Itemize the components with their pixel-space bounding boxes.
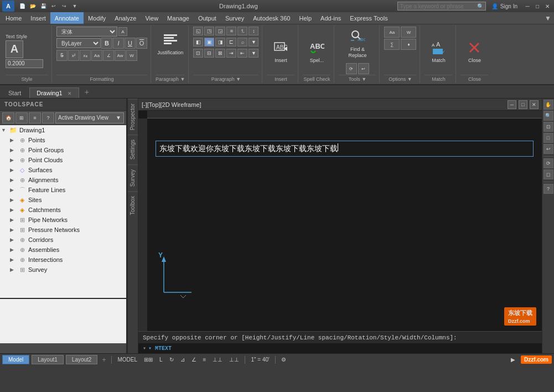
more-qat[interactable]: ▼ [70,1,80,11]
redo-btn[interactable]: ↪ [59,1,69,11]
undo-btn[interactable]: ↩ [49,1,59,11]
drawing-area[interactable]: 东坡下载欢迎你东坡下载东坡下载东坡下载东坡下载 Y [147,118,542,331]
align-ml-btn[interactable]: ◧ [193,38,203,47]
expander-point-groups[interactable]: ▶ [10,147,18,153]
tree-node-alignments[interactable]: ▶ ⊕ Alignments [0,175,126,185]
menu-manage[interactable]: Manage [163,12,194,24]
status-annoscale-btn[interactable]: ⊥⊥ [227,357,241,363]
align-mc-btn[interactable]: ▣ [204,38,214,47]
match-option1[interactable]: Aa [384,27,400,38]
menu-addins[interactable]: Add-ins [316,12,345,24]
match-option3[interactable]: ∑ [384,39,400,50]
status-otrack-btn[interactable]: ∠ [189,357,199,363]
expander-pressure-networks[interactable]: ▶ [10,227,18,233]
case-btn[interactable]: Aa [91,50,102,61]
numbering-btn[interactable]: ⒈ [237,27,247,35]
new-tab-btn[interactable]: + [80,86,94,98]
status-tab-model[interactable]: Model [2,355,29,364]
match-option2[interactable]: W [401,27,416,38]
sign-in-label[interactable]: Sign In [500,3,517,9]
col-btn[interactable]: ⊏ [226,38,236,47]
sign-in-area[interactable]: 👤 Sign In [491,3,517,9]
expander-survey[interactable]: ▶ [10,267,18,272]
more-para-btn[interactable]: ▼ [248,38,258,47]
align-tr-btn[interactable]: ◲ [215,27,225,35]
overline-btn[interactable]: O [136,38,147,49]
search-input[interactable] [398,3,475,9]
rt-pan-btn[interactable]: ✋ [543,100,553,110]
ts-list-btn[interactable]: ≡ [29,112,41,123]
font-color-btn[interactable]: A [118,27,127,36]
menu-home[interactable]: Home [1,12,26,24]
bullets-btn[interactable]: ≡ [226,27,236,35]
status-dyn-btn[interactable]: ⊥⊥ [210,357,225,363]
maximize-btn[interactable]: □ [533,2,542,10]
indent-btn[interactable]: ⇥ [226,49,236,58]
status-polar-btn[interactable]: ↻ [167,357,176,363]
tree-node-points[interactable]: ▶ ⊕ Points [0,135,126,145]
tree-node-pressure-networks[interactable]: ▶ ⊞ Pressure Networks [0,225,126,235]
tree-node-surfaces[interactable]: ▶ ◇ Surfaces [0,165,126,175]
expander-pipe-networks[interactable]: ▶ [10,217,18,223]
vp-close-btn[interactable]: ✕ [530,100,539,109]
status-snap-btn[interactable]: L [157,357,165,363]
super-btn[interactable]: x² [68,50,79,61]
expander-feature-lines[interactable]: ▶ [10,187,18,193]
vp-minimize-btn[interactable]: ─ [508,100,516,109]
new-btn[interactable]: 📄 [17,1,27,11]
oblique-btn[interactable]: ∠ [103,50,114,61]
expander-assemblies[interactable]: ▶ [10,247,18,252]
ts-grid-btn[interactable]: ⊞ [15,112,28,123]
rt-zoom-btn[interactable]: 🔍 [543,111,553,121]
status-tab-layout2[interactable]: Layout2 [66,355,98,364]
italic-btn[interactable]: I [113,38,124,49]
status-settings-btn[interactable]: ⚙ [279,357,288,363]
status-lwt-btn[interactable]: ≡ [201,357,209,363]
align-mr-btn[interactable]: ◨ [215,38,225,47]
app-icon[interactable]: A [2,1,14,12]
expander-surfaces[interactable]: ▶ [10,167,18,173]
align-tl-btn[interactable]: ◱ [193,27,203,35]
menu-help[interactable]: Help [294,12,316,24]
tab-prospector[interactable]: Prospector [128,99,138,135]
rt-extents-btn[interactable]: ⊡ [543,122,553,132]
vp-restore-btn[interactable]: □ [519,100,527,109]
find-replace-btn[interactable]: ABC Find &Replace [344,27,371,60]
active-view-dropdown[interactable]: Active Drawing View ▼ [55,112,124,123]
status-grid-btn[interactable]: ⊞⊞ [142,357,155,363]
tree-node-sites[interactable]: ▶ ◈ Sites [0,195,126,205]
align-bl-btn[interactable]: ⊡ [193,49,203,58]
underline-btn[interactable]: U [125,38,136,49]
menu-autodesk360[interactable]: Autodesk 360 [248,12,294,24]
command-input-line[interactable]: ▾ ▾ MTEXT [138,343,542,353]
menu-survey[interactable]: Survey [221,12,248,24]
tree-node-catchments[interactable]: ▶ ◈ Catchments [0,205,126,215]
color-dropdown[interactable]: ByLayer [56,38,101,48]
align-tc-btn[interactable]: ◳ [204,27,214,35]
tab-close-icon[interactable]: ✕ [68,91,72,96]
menu-express[interactable]: Express Tools [345,12,392,24]
findreplace-btn2[interactable]: ⌕ [237,38,247,47]
tab-survey-side[interactable]: Survey [128,164,138,191]
bold-btn[interactable]: B [101,38,112,49]
rt-previous-btn[interactable]: ↩ [543,144,553,154]
expander-corridors[interactable]: ▶ [10,237,18,243]
menu-analyze[interactable]: Analyze [110,12,141,24]
menu-insert[interactable]: Insert [26,12,50,24]
sub-btn[interactable]: x₂ [80,50,91,61]
match-option4[interactable]: ♦ [401,39,416,50]
minimize-btn[interactable]: ─ [523,2,532,10]
width-factor-btn[interactable]: W [126,50,137,61]
text-style-icon[interactable]: A [6,40,23,58]
ts-help-btn[interactable]: ? [42,112,54,123]
tree-node-assemblies[interactable]: ▶ ⊕ Assemblies [0,245,126,255]
expander-intersections[interactable]: ▶ [10,257,18,262]
match-btn[interactable]: A A Match [424,34,452,68]
justification-btn[interactable]: Justification [157,27,184,60]
close-editor-btn[interactable]: Close [460,34,488,68]
menu-output[interactable]: Output [194,12,221,24]
tracking-btn[interactable]: Aw [115,50,126,61]
tree-node-point-clouds[interactable]: ▶ ⊕ Point Clouds [0,155,126,165]
tree-node-point-groups[interactable]: ▶ ⊕ Point Groups [0,145,126,155]
tools-extra-2[interactable]: ↩ [358,63,369,74]
